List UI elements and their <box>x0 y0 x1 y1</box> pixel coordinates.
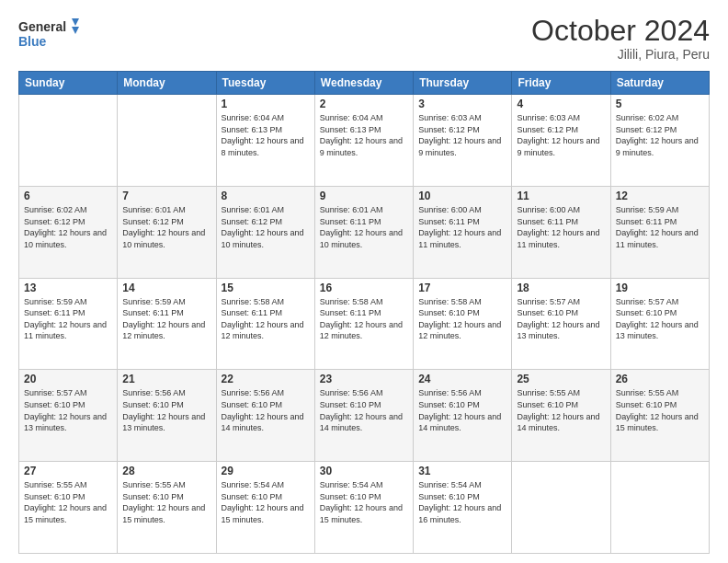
day-info: Sunrise: 5:55 AM Sunset: 6:10 PM Dayligh… <box>616 387 704 433</box>
calendar-cell: 26Sunrise: 5:55 AM Sunset: 6:10 PM Dayli… <box>610 370 709 462</box>
day-number: 16 <box>320 282 408 294</box>
weekday-header-saturday: Saturday <box>610 72 709 95</box>
page: General Blue October 2024 Jilili, Piura,… <box>0 0 728 563</box>
day-number: 13 <box>24 282 112 294</box>
month-title: October 2024 <box>531 15 710 47</box>
day-info: Sunrise: 5:57 AM Sunset: 6:10 PM Dayligh… <box>24 387 112 433</box>
day-number: 4 <box>517 98 605 110</box>
calendar-cell: 28Sunrise: 5:55 AM Sunset: 6:10 PM Dayli… <box>118 462 216 554</box>
calendar-cell: 3Sunrise: 6:03 AM Sunset: 6:12 PM Daylig… <box>414 95 512 187</box>
calendar-cell <box>610 462 709 554</box>
calendar-cell: 24Sunrise: 5:56 AM Sunset: 6:10 PM Dayli… <box>414 370 512 462</box>
day-info: Sunrise: 5:59 AM Sunset: 6:11 PM Dayligh… <box>616 204 704 250</box>
day-info: Sunrise: 5:58 AM Sunset: 6:10 PM Dayligh… <box>418 296 506 342</box>
calendar-cell: 17Sunrise: 5:58 AM Sunset: 6:10 PM Dayli… <box>414 278 512 370</box>
day-number: 3 <box>418 98 506 110</box>
day-number: 27 <box>24 465 112 477</box>
day-info: Sunrise: 6:02 AM Sunset: 6:12 PM Dayligh… <box>616 112 704 158</box>
weekday-header-thursday: Thursday <box>414 72 512 95</box>
day-info: Sunrise: 5:56 AM Sunset: 6:10 PM Dayligh… <box>418 387 506 433</box>
calendar-cell: 16Sunrise: 5:58 AM Sunset: 6:11 PM Dayli… <box>314 278 413 370</box>
title-block: October 2024 Jilili, Piura, Peru <box>531 15 710 62</box>
day-info: Sunrise: 5:58 AM Sunset: 6:11 PM Dayligh… <box>222 296 310 342</box>
calendar-cell: 9Sunrise: 6:01 AM Sunset: 6:11 PM Daylig… <box>314 186 413 278</box>
day-info: Sunrise: 6:04 AM Sunset: 6:13 PM Dayligh… <box>222 112 310 158</box>
day-info: Sunrise: 5:57 AM Sunset: 6:10 PM Dayligh… <box>616 296 704 342</box>
day-info: Sunrise: 6:03 AM Sunset: 6:12 PM Dayligh… <box>418 112 506 158</box>
calendar-cell <box>512 462 610 554</box>
day-number: 1 <box>222 98 310 110</box>
week-row-4: 20Sunrise: 5:57 AM Sunset: 6:10 PM Dayli… <box>19 370 710 462</box>
day-info: Sunrise: 5:55 AM Sunset: 6:10 PM Dayligh… <box>122 479 210 525</box>
day-number: 8 <box>222 190 310 202</box>
day-number: 25 <box>517 373 605 385</box>
calendar-cell: 11Sunrise: 6:00 AM Sunset: 6:11 PM Dayli… <box>512 186 610 278</box>
day-info: Sunrise: 5:55 AM Sunset: 6:10 PM Dayligh… <box>24 479 112 525</box>
day-number: 31 <box>418 465 506 477</box>
calendar-cell: 4Sunrise: 6:03 AM Sunset: 6:12 PM Daylig… <box>512 95 610 187</box>
calendar-table: SundayMondayTuesdayWednesdayThursdayFrid… <box>18 71 710 554</box>
day-number: 26 <box>616 373 704 385</box>
svg-marker-3 <box>72 27 79 34</box>
day-number: 7 <box>122 190 210 202</box>
day-number: 11 <box>517 190 605 202</box>
calendar-cell: 25Sunrise: 5:55 AM Sunset: 6:10 PM Dayli… <box>512 370 610 462</box>
calendar-cell: 19Sunrise: 5:57 AM Sunset: 6:10 PM Dayli… <box>610 278 709 370</box>
day-info: Sunrise: 5:54 AM Sunset: 6:10 PM Dayligh… <box>222 479 310 525</box>
weekday-header-sunday: Sunday <box>19 72 118 95</box>
logo-svg: General Blue <box>18 15 83 52</box>
calendar-cell <box>118 95 216 187</box>
day-info: Sunrise: 6:00 AM Sunset: 6:11 PM Dayligh… <box>517 204 605 250</box>
day-number: 21 <box>122 373 210 385</box>
weekday-header-monday: Monday <box>118 72 216 95</box>
weekday-header-tuesday: Tuesday <box>216 72 314 95</box>
day-info: Sunrise: 6:01 AM Sunset: 6:12 PM Dayligh… <box>122 204 210 250</box>
calendar-cell: 22Sunrise: 5:56 AM Sunset: 6:10 PM Dayli… <box>216 370 314 462</box>
calendar-cell: 1Sunrise: 6:04 AM Sunset: 6:13 PM Daylig… <box>216 95 314 187</box>
calendar-cell: 2Sunrise: 6:04 AM Sunset: 6:13 PM Daylig… <box>314 95 413 187</box>
day-number: 30 <box>320 465 408 477</box>
day-number: 17 <box>418 282 506 294</box>
calendar-cell: 18Sunrise: 5:57 AM Sunset: 6:10 PM Dayli… <box>512 278 610 370</box>
calendar-cell: 31Sunrise: 5:54 AM Sunset: 6:10 PM Dayli… <box>414 462 512 554</box>
svg-marker-2 <box>72 18 79 26</box>
calendar-cell: 29Sunrise: 5:54 AM Sunset: 6:10 PM Dayli… <box>216 462 314 554</box>
week-row-2: 6Sunrise: 6:02 AM Sunset: 6:12 PM Daylig… <box>19 186 710 278</box>
calendar-cell: 30Sunrise: 5:54 AM Sunset: 6:10 PM Dayli… <box>314 462 413 554</box>
calendar-cell: 27Sunrise: 5:55 AM Sunset: 6:10 PM Dayli… <box>19 462 118 554</box>
day-info: Sunrise: 5:57 AM Sunset: 6:10 PM Dayligh… <box>517 296 605 342</box>
calendar-cell: 20Sunrise: 5:57 AM Sunset: 6:10 PM Dayli… <box>19 370 118 462</box>
day-number: 19 <box>616 282 704 294</box>
day-info: Sunrise: 6:01 AM Sunset: 6:11 PM Dayligh… <box>320 204 408 250</box>
day-number: 10 <box>418 190 506 202</box>
calendar-cell: 12Sunrise: 5:59 AM Sunset: 6:11 PM Dayli… <box>610 186 709 278</box>
calendar-cell: 23Sunrise: 5:56 AM Sunset: 6:10 PM Dayli… <box>314 370 413 462</box>
day-info: Sunrise: 5:59 AM Sunset: 6:11 PM Dayligh… <box>24 296 112 342</box>
day-number: 15 <box>222 282 310 294</box>
week-row-5: 27Sunrise: 5:55 AM Sunset: 6:10 PM Dayli… <box>19 462 710 554</box>
calendar-cell: 21Sunrise: 5:56 AM Sunset: 6:10 PM Dayli… <box>118 370 216 462</box>
calendar-header: SundayMondayTuesdayWednesdayThursdayFrid… <box>19 72 710 95</box>
day-number: 9 <box>320 190 408 202</box>
weekday-header-row: SundayMondayTuesdayWednesdayThursdayFrid… <box>19 72 710 95</box>
calendar-cell: 13Sunrise: 5:59 AM Sunset: 6:11 PM Dayli… <box>19 278 118 370</box>
svg-text:General: General <box>18 19 66 34</box>
weekday-header-friday: Friday <box>512 72 610 95</box>
calendar-cell: 6Sunrise: 6:02 AM Sunset: 6:12 PM Daylig… <box>19 186 118 278</box>
day-info: Sunrise: 6:04 AM Sunset: 6:13 PM Dayligh… <box>320 112 408 158</box>
day-info: Sunrise: 6:01 AM Sunset: 6:12 PM Dayligh… <box>222 204 310 250</box>
location-subtitle: Jilili, Piura, Peru <box>531 47 710 62</box>
week-row-1: 1Sunrise: 6:04 AM Sunset: 6:13 PM Daylig… <box>19 95 710 187</box>
day-info: Sunrise: 5:59 AM Sunset: 6:11 PM Dayligh… <box>122 296 210 342</box>
day-number: 14 <box>122 282 210 294</box>
day-info: Sunrise: 5:56 AM Sunset: 6:10 PM Dayligh… <box>222 387 310 433</box>
day-number: 28 <box>122 465 210 477</box>
day-info: Sunrise: 5:56 AM Sunset: 6:10 PM Dayligh… <box>122 387 210 433</box>
weekday-header-wednesday: Wednesday <box>314 72 413 95</box>
day-number: 24 <box>418 373 506 385</box>
day-number: 22 <box>222 373 310 385</box>
day-number: 2 <box>320 98 408 110</box>
day-number: 29 <box>222 465 310 477</box>
calendar-cell: 10Sunrise: 6:00 AM Sunset: 6:11 PM Dayli… <box>414 186 512 278</box>
day-info: Sunrise: 5:58 AM Sunset: 6:11 PM Dayligh… <box>320 296 408 342</box>
